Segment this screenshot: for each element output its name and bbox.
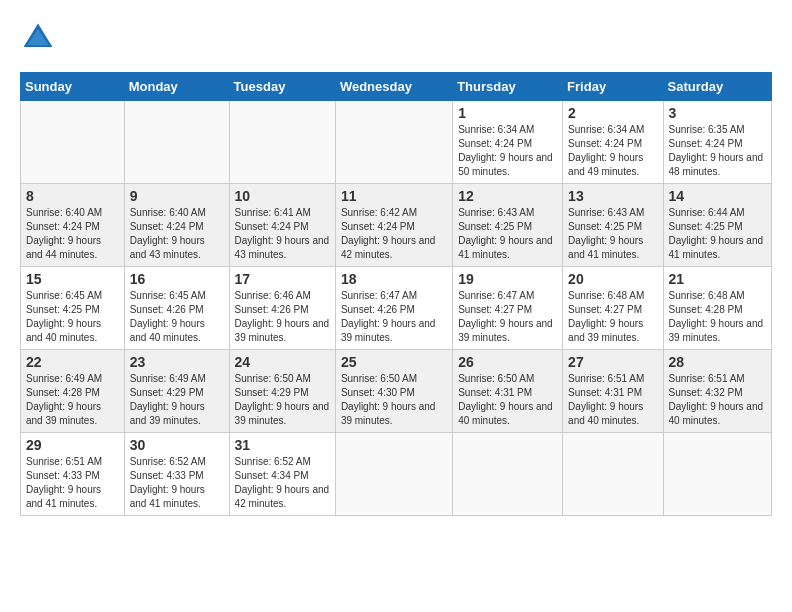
- day-number: 8: [26, 188, 119, 204]
- calendar-cell: 16 Sunrise: 6:45 AM Sunset: 4:26 PM Dayl…: [124, 267, 229, 350]
- calendar-cell: [335, 101, 452, 184]
- day-number: 10: [235, 188, 330, 204]
- day-number: 31: [235, 437, 330, 453]
- logo: [20, 20, 62, 56]
- day-number: 24: [235, 354, 330, 370]
- day-info: Sunrise: 6:52 AM Sunset: 4:33 PM Dayligh…: [130, 455, 224, 511]
- col-header-wednesday: Wednesday: [335, 73, 452, 101]
- calendar-cell: 26 Sunrise: 6:50 AM Sunset: 4:31 PM Dayl…: [453, 350, 563, 433]
- col-header-monday: Monday: [124, 73, 229, 101]
- day-info: Sunrise: 6:48 AM Sunset: 4:27 PM Dayligh…: [568, 289, 657, 345]
- day-info: Sunrise: 6:50 AM Sunset: 4:31 PM Dayligh…: [458, 372, 557, 428]
- day-number: 14: [669, 188, 766, 204]
- day-number: 23: [130, 354, 224, 370]
- calendar-cell: 13 Sunrise: 6:43 AM Sunset: 4:25 PM Dayl…: [563, 184, 663, 267]
- week-row-5: 29 Sunrise: 6:51 AM Sunset: 4:33 PM Dayl…: [21, 433, 772, 516]
- calendar-cell: 8 Sunrise: 6:40 AM Sunset: 4:24 PM Dayli…: [21, 184, 125, 267]
- day-info: Sunrise: 6:47 AM Sunset: 4:27 PM Dayligh…: [458, 289, 557, 345]
- day-number: 18: [341, 271, 447, 287]
- calendar-cell: 3 Sunrise: 6:35 AM Sunset: 4:24 PM Dayli…: [663, 101, 771, 184]
- page-header: [20, 20, 772, 56]
- day-number: 20: [568, 271, 657, 287]
- day-number: 16: [130, 271, 224, 287]
- day-info: Sunrise: 6:50 AM Sunset: 4:30 PM Dayligh…: [341, 372, 447, 428]
- day-info: Sunrise: 6:41 AM Sunset: 4:24 PM Dayligh…: [235, 206, 330, 262]
- calendar-cell: 20 Sunrise: 6:48 AM Sunset: 4:27 PM Dayl…: [563, 267, 663, 350]
- calendar-cell: 9 Sunrise: 6:40 AM Sunset: 4:24 PM Dayli…: [124, 184, 229, 267]
- week-row-1: 1 Sunrise: 6:34 AM Sunset: 4:24 PM Dayli…: [21, 101, 772, 184]
- calendar-cell: 17 Sunrise: 6:46 AM Sunset: 4:26 PM Dayl…: [229, 267, 335, 350]
- calendar-cell: [229, 101, 335, 184]
- day-info: Sunrise: 6:40 AM Sunset: 4:24 PM Dayligh…: [130, 206, 224, 262]
- calendar-cell: 15 Sunrise: 6:45 AM Sunset: 4:25 PM Dayl…: [21, 267, 125, 350]
- day-number: 17: [235, 271, 330, 287]
- day-info: Sunrise: 6:42 AM Sunset: 4:24 PM Dayligh…: [341, 206, 447, 262]
- day-info: Sunrise: 6:45 AM Sunset: 4:25 PM Dayligh…: [26, 289, 119, 345]
- day-number: 21: [669, 271, 766, 287]
- col-header-tuesday: Tuesday: [229, 73, 335, 101]
- week-row-4: 22 Sunrise: 6:49 AM Sunset: 4:28 PM Dayl…: [21, 350, 772, 433]
- day-info: Sunrise: 6:34 AM Sunset: 4:24 PM Dayligh…: [458, 123, 557, 179]
- calendar-cell: [663, 433, 771, 516]
- day-info: Sunrise: 6:43 AM Sunset: 4:25 PM Dayligh…: [458, 206, 557, 262]
- day-number: 15: [26, 271, 119, 287]
- calendar-cell: 22 Sunrise: 6:49 AM Sunset: 4:28 PM Dayl…: [21, 350, 125, 433]
- day-info: Sunrise: 6:51 AM Sunset: 4:33 PM Dayligh…: [26, 455, 119, 511]
- day-info: Sunrise: 6:44 AM Sunset: 4:25 PM Dayligh…: [669, 206, 766, 262]
- calendar-cell: 1 Sunrise: 6:34 AM Sunset: 4:24 PM Dayli…: [453, 101, 563, 184]
- day-number: 12: [458, 188, 557, 204]
- calendar-cell: 14 Sunrise: 6:44 AM Sunset: 4:25 PM Dayl…: [663, 184, 771, 267]
- day-number: 3: [669, 105, 766, 121]
- calendar-cell: 21 Sunrise: 6:48 AM Sunset: 4:28 PM Dayl…: [663, 267, 771, 350]
- day-number: 26: [458, 354, 557, 370]
- calendar-cell: 31 Sunrise: 6:52 AM Sunset: 4:34 PM Dayl…: [229, 433, 335, 516]
- week-row-2: 8 Sunrise: 6:40 AM Sunset: 4:24 PM Dayli…: [21, 184, 772, 267]
- calendar-cell: [453, 433, 563, 516]
- col-header-saturday: Saturday: [663, 73, 771, 101]
- calendar-cell: 18 Sunrise: 6:47 AM Sunset: 4:26 PM Dayl…: [335, 267, 452, 350]
- day-number: 2: [568, 105, 657, 121]
- day-number: 28: [669, 354, 766, 370]
- calendar-cell: 10 Sunrise: 6:41 AM Sunset: 4:24 PM Dayl…: [229, 184, 335, 267]
- day-info: Sunrise: 6:49 AM Sunset: 4:28 PM Dayligh…: [26, 372, 119, 428]
- day-info: Sunrise: 6:52 AM Sunset: 4:34 PM Dayligh…: [235, 455, 330, 511]
- day-info: Sunrise: 6:51 AM Sunset: 4:31 PM Dayligh…: [568, 372, 657, 428]
- day-number: 27: [568, 354, 657, 370]
- calendar-cell: 2 Sunrise: 6:34 AM Sunset: 4:24 PM Dayli…: [563, 101, 663, 184]
- day-number: 13: [568, 188, 657, 204]
- day-info: Sunrise: 6:49 AM Sunset: 4:29 PM Dayligh…: [130, 372, 224, 428]
- day-number: 25: [341, 354, 447, 370]
- logo-icon: [20, 20, 56, 56]
- day-number: 30: [130, 437, 224, 453]
- day-info: Sunrise: 6:48 AM Sunset: 4:28 PM Dayligh…: [669, 289, 766, 345]
- day-info: Sunrise: 6:46 AM Sunset: 4:26 PM Dayligh…: [235, 289, 330, 345]
- day-info: Sunrise: 6:34 AM Sunset: 4:24 PM Dayligh…: [568, 123, 657, 179]
- calendar-cell: 23 Sunrise: 6:49 AM Sunset: 4:29 PM Dayl…: [124, 350, 229, 433]
- calendar-cell: 11 Sunrise: 6:42 AM Sunset: 4:24 PM Dayl…: [335, 184, 452, 267]
- day-info: Sunrise: 6:50 AM Sunset: 4:29 PM Dayligh…: [235, 372, 330, 428]
- day-info: Sunrise: 6:35 AM Sunset: 4:24 PM Dayligh…: [669, 123, 766, 179]
- day-info: Sunrise: 6:45 AM Sunset: 4:26 PM Dayligh…: [130, 289, 224, 345]
- day-info: Sunrise: 6:51 AM Sunset: 4:32 PM Dayligh…: [669, 372, 766, 428]
- day-number: 9: [130, 188, 224, 204]
- calendar-cell: 27 Sunrise: 6:51 AM Sunset: 4:31 PM Dayl…: [563, 350, 663, 433]
- calendar-cell: [563, 433, 663, 516]
- calendar-cell: 12 Sunrise: 6:43 AM Sunset: 4:25 PM Dayl…: [453, 184, 563, 267]
- col-header-friday: Friday: [563, 73, 663, 101]
- week-row-3: 15 Sunrise: 6:45 AM Sunset: 4:25 PM Dayl…: [21, 267, 772, 350]
- day-number: 29: [26, 437, 119, 453]
- calendar-cell: [21, 101, 125, 184]
- col-header-thursday: Thursday: [453, 73, 563, 101]
- day-number: 11: [341, 188, 447, 204]
- calendar-cell: 30 Sunrise: 6:52 AM Sunset: 4:33 PM Dayl…: [124, 433, 229, 516]
- day-number: 22: [26, 354, 119, 370]
- calendar-cell: 25 Sunrise: 6:50 AM Sunset: 4:30 PM Dayl…: [335, 350, 452, 433]
- calendar-cell: [335, 433, 452, 516]
- day-number: 1: [458, 105, 557, 121]
- day-number: 19: [458, 271, 557, 287]
- day-info: Sunrise: 6:43 AM Sunset: 4:25 PM Dayligh…: [568, 206, 657, 262]
- col-header-sunday: Sunday: [21, 73, 125, 101]
- calendar-cell: 28 Sunrise: 6:51 AM Sunset: 4:32 PM Dayl…: [663, 350, 771, 433]
- calendar-cell: 19 Sunrise: 6:47 AM Sunset: 4:27 PM Dayl…: [453, 267, 563, 350]
- calendar-cell: 29 Sunrise: 6:51 AM Sunset: 4:33 PM Dayl…: [21, 433, 125, 516]
